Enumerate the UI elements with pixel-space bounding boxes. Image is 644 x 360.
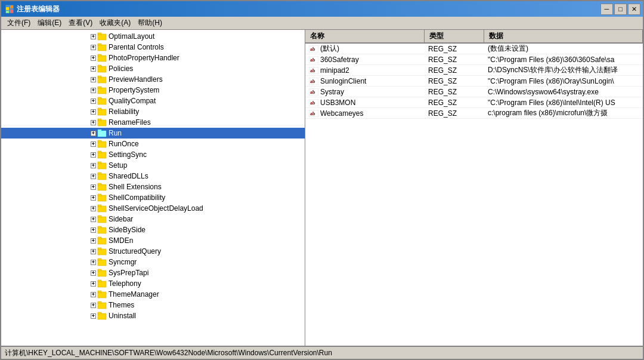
svg-rect-32 [98, 173, 101, 174]
folder-icon [97, 32, 107, 41]
tree-item-Sidebar[interactable]: +Sidebar [1, 214, 305, 224]
expand-btn-QualityCompat[interactable]: + [91, 99, 96, 104]
window-icon [5, 4, 14, 14]
expand-btn-OptimalLayout[interactable]: + [91, 34, 96, 39]
value-row[interactable]: abSunloginClientREG_SZ"C:\Program Files … [305, 76, 643, 87]
folder-icon [97, 312, 107, 320]
expand-btn-ThemeManager[interactable]: + [91, 292, 96, 297]
value-type: REG_SZ [425, 99, 484, 107]
menu-favorites[interactable]: 收藏夹(A) [96, 17, 134, 29]
value-row[interactable]: abminipad2REG_SZD:\DSyncNS\软件库\办公软件输入法翻译 [305, 65, 643, 76]
col-header-name[interactable]: 名称 [305, 30, 425, 42]
expand-btn-SharedDLLs[interactable]: + [91, 174, 96, 179]
svg-text:ab: ab [310, 68, 315, 73]
tree-item-Telephony[interactable]: +Telephony [1, 278, 305, 289]
tree-item-PhotoPropertyHandler[interactable]: +PhotoPropertyHandler [1, 53, 305, 63]
menu-help[interactable]: 帮助(H) [134, 17, 166, 29]
expand-btn-Reliability[interactable]: + [91, 109, 96, 115]
expand-btn-ShellCompatibility[interactable]: + [91, 195, 96, 201]
value-name: (默认) [320, 44, 339, 54]
tree-item-SysPrepTapi[interactable]: +SysPrepTapi [1, 267, 305, 278]
expand-btn-SettingSync[interactable]: + [91, 152, 96, 158]
close-button[interactable]: ✕ [628, 4, 640, 15]
tree-item-ShellCompatibility[interactable]: +ShellCompatibility [1, 192, 305, 203]
tree-item-Reliability[interactable]: +Reliability [1, 106, 305, 117]
menu-file[interactable]: 文件(F) [4, 17, 34, 29]
expand-btn-Telephony[interactable]: + [91, 281, 96, 287]
tree-item-StructuredQuery[interactable]: +StructuredQuery [1, 246, 305, 257]
value-row[interactable]: abUSB3MONREG_SZ"C:\Program Files (x86)\I… [305, 97, 643, 108]
expand-btn-PreviewHandlers[interactable]: + [91, 77, 96, 82]
tree-item-Themes[interactable]: +Themes [1, 300, 305, 310]
expand-btn-Sidebar[interactable]: + [91, 217, 96, 222]
svg-rect-50 [98, 269, 101, 271]
menu-view[interactable]: 查看(V) [65, 17, 96, 29]
values-scroll[interactable]: ab(默认)REG_SZ(数值未设置)ab360SafetrayREG_SZ"C… [305, 44, 643, 346]
expand-btn-SysPrepTapi[interactable]: + [91, 270, 96, 276]
expand-btn-PropertySystem[interactable]: + [91, 88, 96, 93]
tree-item-SideBySide[interactable]: +SideBySide [1, 224, 305, 235]
svg-rect-11 [98, 66, 106, 72]
expand-btn-Run[interactable]: + [91, 131, 96, 136]
value-row[interactable]: abWebcameyesREG_SZc:\program files (x86)… [305, 108, 643, 119]
svg-rect-13 [98, 77, 106, 83]
expand-btn-PhotoPropertyHandler[interactable]: + [91, 56, 96, 61]
expand-btn-Setup[interactable]: + [91, 163, 96, 168]
tree-item-label: RunOnce [109, 140, 139, 148]
tree-item-PreviewHandlers[interactable]: +PreviewHandlers [1, 74, 305, 85]
maximize-button[interactable]: □ [614, 4, 627, 15]
expand-btn-SideBySide[interactable]: + [91, 227, 96, 233]
tree-item-Policies[interactable]: +Policies [1, 63, 305, 74]
value-row[interactable]: ab360SafetrayREG_SZ"C:\Program Files (x8… [305, 54, 643, 65]
tree-item-Uninstall[interactable]: +Uninstall [1, 310, 305, 321]
svg-rect-6 [98, 33, 101, 35]
folder-icon [97, 118, 107, 127]
tree-item-RunOnce[interactable]: +RunOnce [1, 139, 305, 149]
value-row[interactable]: abSystrayREG_SZC:\Windows\syswow64\systr… [305, 87, 643, 97]
expand-btn-ShellExtensions[interactable]: + [91, 184, 96, 190]
folder-icon [97, 107, 107, 116]
tree-item-PropertySystem[interactable]: +PropertySystem [1, 85, 305, 96]
expand-btn-SMDEn[interactable]: + [91, 238, 96, 244]
tree-item-ShellExtensions[interactable]: +Shell Extensions [1, 181, 305, 192]
tree-item-SettingSync[interactable]: +SettingSync [1, 149, 305, 160]
expand-btn-Policies[interactable]: + [91, 66, 96, 72]
minimize-button[interactable]: ─ [600, 4, 613, 15]
window-title: 注册表编辑器 [17, 4, 60, 14]
expand-btn-Syncmgr[interactable]: + [91, 260, 96, 265]
svg-rect-21 [98, 120, 106, 126]
expand-btn-StructuredQuery[interactable]: + [91, 249, 96, 254]
tree-item-label: Parental Controls [109, 43, 164, 51]
svg-rect-10 [98, 54, 101, 56]
col-header-type[interactable]: 类型 [425, 30, 484, 42]
tree-item-SMDEn[interactable]: +SMDEn [1, 235, 305, 246]
tree-item-RenameFiles[interactable]: +RenameFiles [1, 117, 305, 128]
expand-btn-ParentalControls[interactable]: + [91, 45, 96, 50]
svg-rect-15 [98, 88, 106, 94]
col-header-data[interactable]: 数据 [484, 30, 643, 42]
tree-item-ShellServiceObjectDelayLoad[interactable]: +ShellServiceObjectDelayLoad [1, 203, 305, 214]
tree-item-SharedDLLs[interactable]: +SharedDLLs [1, 171, 305, 181]
tree-item-ParentalControls[interactable]: +Parental Controls [1, 42, 305, 53]
expand-btn-RunOnce[interactable]: + [91, 141, 96, 147]
expand-btn-Themes[interactable]: + [91, 303, 96, 308]
tree-item-QualityCompat[interactable]: +QualityCompat [1, 96, 305, 106]
value-data: "C:\Program Files (x86)\360\360Safe\sa [484, 56, 643, 64]
folder-icon [97, 140, 107, 148]
expand-btn-RenameFiles[interactable]: + [91, 120, 96, 125]
svg-rect-23 [98, 131, 106, 137]
tree-item-OptimalLayout[interactable]: +OptimalLayout [1, 31, 305, 42]
expand-btn-ShellServiceObjectDelayLoad[interactable]: + [91, 206, 96, 211]
folder-icon [97, 150, 107, 159]
tree-item-Setup[interactable]: +Setup [1, 160, 305, 171]
menu-edit[interactable]: 编辑(E) [34, 17, 65, 29]
tree-item-ThemeManager[interactable]: +ThemeManager [1, 289, 305, 300]
value-row[interactable]: ab(默认)REG_SZ(数值未设置) [305, 44, 643, 54]
expand-btn-Uninstall[interactable]: + [91, 313, 96, 319]
tree-item-Run[interactable]: +Run [1, 128, 305, 139]
tree-item-Syncmgr[interactable]: +Syncmgr [1, 257, 305, 267]
tree-scroll[interactable]: +OptimalLayout+Parental Controls+PhotoPr… [1, 30, 305, 346]
svg-rect-34 [98, 183, 101, 185]
status-path: 计算机\HKEY_LOCAL_MACHINE\SOFTWARE\Wow6432N… [5, 348, 332, 358]
values-panel: 名称 类型 数据 ab(默认)REG_SZ(数值未设置)ab360Safetra… [305, 30, 643, 346]
